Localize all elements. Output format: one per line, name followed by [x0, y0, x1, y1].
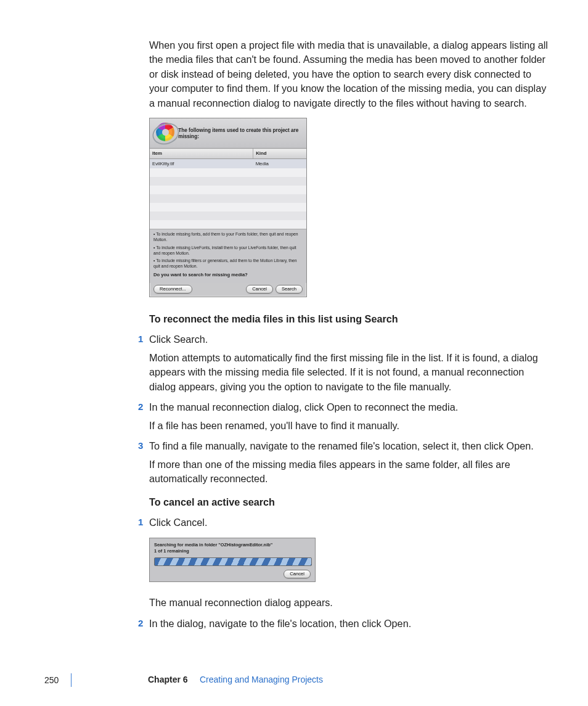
- missing-items-table: Item Kind EvilKitty.tif Media: [150, 148, 306, 229]
- chapter-title: Creating and Managing Projects: [200, 673, 323, 686]
- searching-dialog: Searching for media in folder "OZHistogr…: [149, 538, 316, 582]
- step-text: In the dialog, navigate to the file's lo…: [149, 618, 411, 629]
- dialog-message: The following items used to create this …: [178, 128, 303, 141]
- step-description: Motion attempts to automatically find th…: [149, 351, 550, 394]
- step-number: 2: [138, 400, 143, 414]
- reconnect-button[interactable]: Reconnect...: [153, 285, 192, 293]
- procedure-heading: To cancel an active search: [149, 495, 550, 509]
- step-text: Click Search.: [149, 334, 208, 345]
- note-livefonts: • To include missing LiveFonts, install …: [153, 245, 303, 257]
- procedure-steps-1: 1 Click Search. Motion attempts to autom…: [149, 332, 550, 486]
- col-item[interactable]: Item: [150, 149, 253, 158]
- note-fonts: • To include missing fonts, add them to …: [153, 232, 303, 243]
- missing-media-dialog: The following items used to create this …: [149, 118, 307, 297]
- procedure-heading: To reconnect the media files in this lis…: [149, 312, 550, 326]
- procedure-steps-2: 1 Click Cancel.: [149, 515, 550, 530]
- cancel-button[interactable]: Cancel: [284, 570, 311, 578]
- step-number: 1: [138, 515, 143, 529]
- intro-paragraph: When you first open a project file with …: [149, 38, 550, 110]
- cell-kind: Media: [253, 158, 306, 168]
- dialog-button-row: Reconnect... Cancel Search: [150, 283, 306, 297]
- result-paragraph: The manual reconnection dialog appears.: [149, 596, 550, 610]
- progress-bar: [154, 557, 312, 566]
- dialog-notes: • To include missing fonts, add them to …: [150, 229, 306, 283]
- searching-line1: Searching for media in folder "OZHistogr…: [154, 542, 311, 549]
- searching-line2: 1 of 1 remaining: [154, 548, 311, 555]
- step-number: 3: [138, 439, 143, 453]
- step-text: To find a file manually, navigate to the…: [149, 440, 534, 451]
- page-number: 250: [44, 673, 71, 687]
- dialog-header: The following items used to create this …: [150, 118, 306, 148]
- note-filters: • To include missing filters or generato…: [153, 258, 303, 269]
- chapter-label: Chapter 6: [148, 673, 188, 686]
- cell-item: EvilKitty.tif: [150, 158, 253, 168]
- page-content: When you first open a project file with …: [149, 38, 550, 638]
- col-kind[interactable]: Kind: [253, 149, 306, 158]
- motion-app-icon: [153, 122, 173, 146]
- step-description: If more than one of the missing media fi…: [149, 458, 550, 486]
- search-button[interactable]: Search: [276, 285, 303, 293]
- dialog-question: Do you want to search for missing media?: [153, 272, 303, 278]
- step-number: 1: [138, 332, 143, 346]
- step-text: Click Cancel.: [149, 517, 207, 528]
- cancel-button[interactable]: Cancel: [246, 285, 273, 293]
- step-number: 2: [138, 617, 143, 630]
- procedure-steps-3: 2 In the dialog, navigate to the file's …: [149, 617, 550, 631]
- table-row[interactable]: EvilKitty.tif Media: [150, 158, 306, 168]
- step-description: If a file has been renamed, you'll have …: [149, 419, 550, 433]
- step-text: In the manual reconnection dialog, click…: [149, 401, 458, 413]
